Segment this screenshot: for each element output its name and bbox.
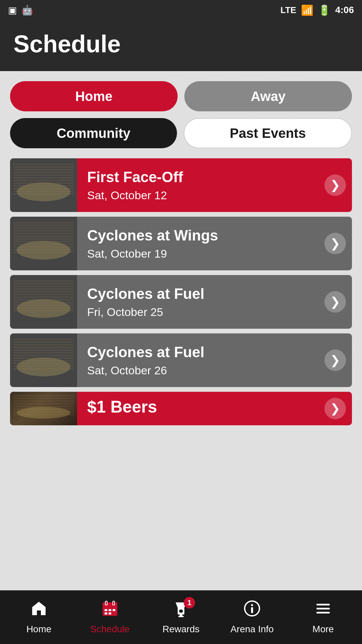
- battery-icon: 🔋: [318, 4, 330, 16]
- nav-label-rewards: Rewards: [163, 624, 199, 635]
- svg-rect-16: [316, 604, 330, 605]
- filter-away-button[interactable]: Away: [184, 81, 352, 111]
- events-list: First Face-Off Sat, October 12 ❯ Cyclone…: [0, 158, 362, 425]
- clock: 4:06: [335, 5, 354, 15]
- signal-bars-icon: 📶: [301, 4, 313, 16]
- svg-point-12: [179, 609, 183, 613]
- svg-rect-8: [109, 612, 111, 614]
- event-card-cyclones-fuel-fri[interactable]: Cyclones at Fuel Fri, October 25 ❯: [10, 275, 352, 329]
- schedule-icon: [101, 600, 119, 621]
- event-title-2: Cyclones at Wings: [87, 227, 308, 244]
- event-arrow-1: ❯: [318, 158, 352, 212]
- event-date-2: Sat, October 19: [87, 247, 308, 260]
- event-image-2: [10, 217, 77, 270]
- svg-rect-1: [103, 602, 117, 607]
- event-info-3: Cyclones at Fuel Fri, October 25: [77, 275, 318, 329]
- svg-rect-2: [105, 601, 107, 605]
- svg-rect-15: [251, 607, 253, 613]
- info-icon: [243, 600, 261, 621]
- status-icons: ▣ 🤖: [8, 5, 33, 16]
- svg-rect-11: [178, 616, 184, 617]
- sim-card-icon: ▣: [8, 5, 17, 16]
- event-arrow-2: ❯: [318, 217, 352, 270]
- event-arrow-3: ❯: [318, 275, 352, 329]
- status-indicators: LTE 📶 🔋 4:06: [281, 4, 354, 16]
- nav-item-more[interactable]: More: [296, 600, 350, 635]
- svg-rect-5: [109, 609, 111, 611]
- main-content: Home Away Community Past Events First Fa…: [0, 71, 362, 644]
- arena-thumbnail-1: [10, 158, 77, 212]
- bottom-nav: Home Schedule: [0, 590, 362, 644]
- filter-community-button[interactable]: Community: [10, 118, 177, 148]
- more-icon: [314, 600, 332, 621]
- nav-label-home: Home: [26, 624, 52, 635]
- nav-item-arena-info[interactable]: Arena Info: [225, 600, 279, 635]
- event-arrow-4: ❯: [318, 333, 352, 387]
- event-image-1: [10, 158, 77, 212]
- nav-item-home[interactable]: Home: [12, 600, 66, 635]
- home-icon: [30, 600, 48, 621]
- rewards-icon: 1: [172, 600, 190, 621]
- nav-item-schedule[interactable]: Schedule: [83, 600, 137, 635]
- svg-point-14: [251, 604, 253, 606]
- chevron-right-icon-5: ❯: [324, 398, 346, 419]
- event-title-1: First Face-Off: [87, 169, 308, 185]
- event-date-4: Sat, October 26: [87, 364, 308, 377]
- filter-row-2: Community Past Events: [0, 111, 362, 148]
- event-date-3: Fri, October 25: [87, 306, 308, 319]
- event-info-2: Cyclones at Wings Sat, October 19: [77, 217, 318, 270]
- header: Schedule: [0, 20, 362, 71]
- svg-rect-4: [105, 609, 107, 611]
- event-card-cyclones-wings[interactable]: Cyclones at Wings Sat, October 19 ❯: [10, 217, 352, 270]
- event-title-4: Cyclones at Fuel: [87, 344, 308, 361]
- nav-label-schedule: Schedule: [90, 624, 130, 635]
- arena-thumbnail-3: [10, 275, 77, 329]
- svg-rect-7: [105, 612, 107, 614]
- filter-row-1: Home Away: [0, 71, 362, 111]
- chevron-right-icon-4: ❯: [324, 350, 346, 371]
- event-image-5: [10, 392, 77, 425]
- filter-past-events-button[interactable]: Past Events: [184, 118, 352, 148]
- chevron-right-icon-1: ❯: [324, 174, 346, 196]
- event-image-4: [10, 333, 77, 387]
- event-info-4: Cyclones at Fuel Sat, October 26: [77, 333, 318, 387]
- event-info-1: First Face-Off Sat, October 12: [77, 158, 318, 212]
- nav-item-rewards[interactable]: 1 Rewards: [154, 600, 208, 635]
- page-title: Schedule: [13, 30, 349, 58]
- event-info-5: $1 Beers: [77, 392, 318, 425]
- filter-home-button[interactable]: Home: [10, 81, 178, 111]
- event-card-first-face-off[interactable]: First Face-Off Sat, October 12 ❯: [10, 158, 352, 212]
- svg-rect-17: [316, 608, 330, 609]
- event-card-cyclones-fuel-sat[interactable]: Cyclones at Fuel Sat, October 26 ❯: [10, 333, 352, 387]
- chevron-right-icon-3: ❯: [324, 291, 346, 313]
- rewards-badge: 1: [184, 597, 195, 608]
- svg-rect-18: [316, 612, 330, 613]
- svg-rect-3: [113, 601, 115, 605]
- lte-icon: LTE: [281, 5, 296, 15]
- event-title-3: Cyclones at Fuel: [87, 285, 308, 302]
- nav-label-arena-info: Arena Info: [230, 624, 274, 635]
- chevron-right-icon-2: ❯: [324, 233, 346, 254]
- event-card-dollar-beers[interactable]: $1 Beers ❯: [10, 392, 352, 425]
- android-icon: 🤖: [21, 5, 33, 16]
- nav-label-more: More: [312, 624, 334, 635]
- event-arrow-5: ❯: [318, 392, 352, 425]
- arena-thumbnail-4: [10, 333, 77, 387]
- status-bar: ▣ 🤖 LTE 📶 🔋 4:06: [0, 0, 362, 20]
- crowd-thumbnail-5: [10, 392, 77, 425]
- event-image-3: [10, 275, 77, 329]
- event-date-1: Sat, October 12: [87, 189, 308, 202]
- event-title-5: $1 Beers: [87, 397, 308, 417]
- arena-thumbnail-2: [10, 217, 77, 270]
- svg-rect-6: [113, 609, 115, 611]
